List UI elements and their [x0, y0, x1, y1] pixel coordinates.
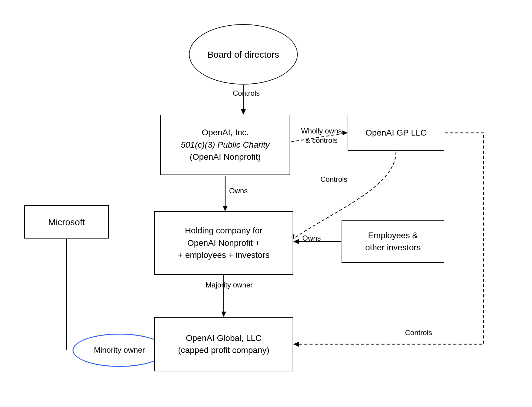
minority-owner-node: Minority owner [73, 334, 166, 367]
microsoft-node: Microsoft [24, 205, 109, 239]
openai-inc-line1: OpenAI, Inc. [202, 127, 249, 138]
diagram-container: Board of directors Controls OpenAI, Inc.… [0, 0, 532, 407]
openai-global-line1: OpenAI Global, LLC [186, 333, 262, 344]
controls-label-1: Controls [233, 89, 260, 98]
holding-company-node: Holding company for OpenAI Nonprofit + +… [154, 211, 293, 275]
openai-inc-node: OpenAI, Inc. 501(c)(3) Public Charity (O… [160, 115, 290, 175]
holding-line2: OpenAI Nonprofit + [187, 238, 260, 248]
svg-marker-10 [221, 312, 226, 317]
employees-line1: Employees & [368, 230, 418, 241]
board-of-directors-label: Board of directors [208, 49, 279, 60]
openai-global-line2: (capped profit company) [178, 345, 269, 356]
owns-label-1: Owns [229, 187, 248, 195]
openai-inc-line2: 501(c)(3) Public Charity [181, 139, 270, 150]
majority-owner-label: Majority owner [206, 281, 253, 289]
employees-line2: other investors [365, 242, 421, 253]
svg-marker-1 [241, 109, 246, 115]
controls-label-3: Controls [405, 328, 432, 337]
svg-marker-3 [223, 206, 228, 211]
board-of-directors-node: Board of directors [189, 24, 298, 85]
openai-gp-node: OpenAI GP LLC [348, 115, 444, 151]
svg-marker-5 [342, 130, 348, 135]
svg-marker-8 [293, 239, 299, 244]
employees-node: Employees & other investors [342, 220, 444, 263]
wholly-owns-label: Wholly owns& controls [301, 126, 342, 145]
owns-label-2: Owns [302, 234, 321, 242]
minority-owner-label: Minority owner [94, 345, 145, 355]
holding-line1: Holding company for [185, 225, 263, 236]
svg-marker-14 [293, 342, 299, 347]
openai-global-node: OpenAI Global, LLC (capped profit compan… [154, 317, 293, 371]
controls-label-2: Controls [320, 175, 347, 184]
openai-gp-label: OpenAI GP LLC [365, 127, 427, 138]
holding-line3: + employees + investors [178, 250, 270, 261]
openai-inc-line3: (OpenAI Nonprofit) [190, 152, 261, 162]
microsoft-label: Microsoft [48, 216, 85, 228]
